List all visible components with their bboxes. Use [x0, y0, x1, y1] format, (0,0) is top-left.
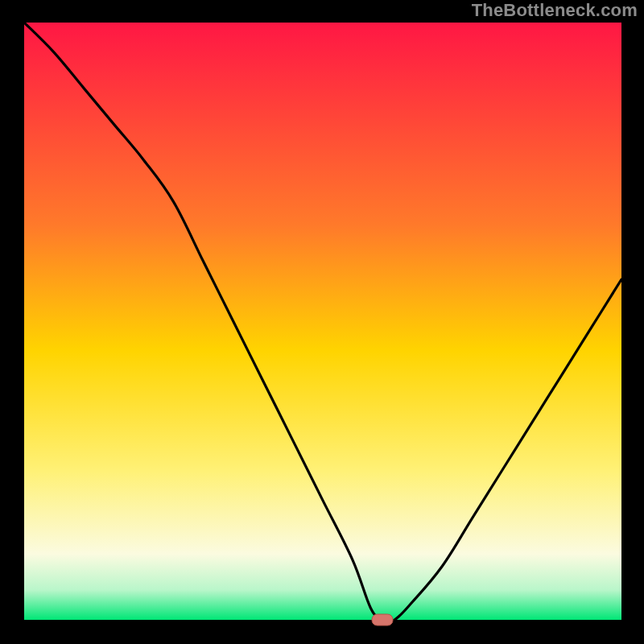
- optimal-point-marker: [372, 614, 394, 626]
- plot-area: [24, 23, 621, 620]
- chart-frame: TheBottleneck.com: [0, 0, 644, 644]
- watermark-text: TheBottleneck.com: [472, 0, 638, 21]
- bottleneck-curve: [24, 23, 621, 620]
